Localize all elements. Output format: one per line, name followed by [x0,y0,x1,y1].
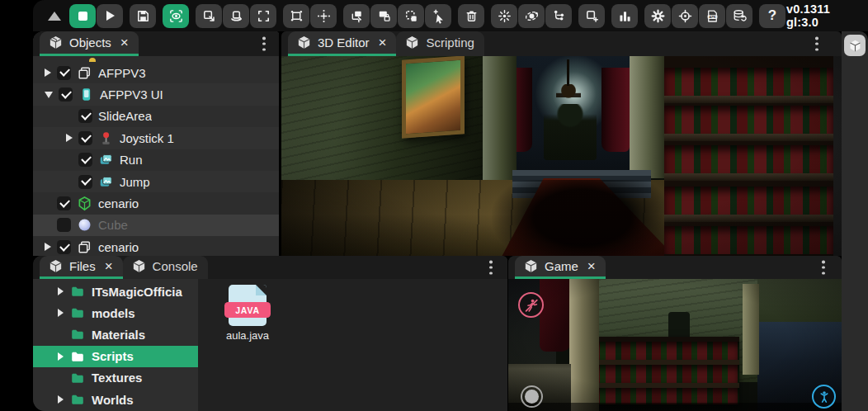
close-tab-icon[interactable]: × [587,259,596,273]
version-label: v0.1311 gl:3.0 [786,2,860,29]
delete-button[interactable] [458,4,484,28]
folder-textures[interactable]: Textures [33,367,198,389]
settings-button[interactable] [644,4,671,28]
visibility-checkbox[interactable] [78,109,92,123]
close-tab-icon[interactable]: × [379,35,387,50]
files-menu-button[interactable] [486,257,496,277]
tab-scripting[interactable]: Scripting [396,31,484,56]
light-flare-button[interactable] [491,4,517,28]
stats-button[interactable] [611,4,638,28]
folder-materials[interactable]: Materials [33,324,198,345]
tab-files[interactable]: Files × [40,256,123,279]
lock-object-button[interactable] [370,4,397,28]
objects-panel-header: Objects × [33,31,279,56]
paste-transform-button[interactable] [398,4,424,28]
expand-arrow-icon[interactable] [45,68,51,77]
tab-files-label: Files [69,259,96,273]
folder-itsmagicofficia[interactable]: ITsMagicOfficia [33,281,198,302]
add-object-button[interactable] [578,4,605,28]
layers-icon [77,239,92,255]
stop-button[interactable] [69,4,96,28]
no-running-toggle-button[interactable] [518,292,544,318]
save-button[interactable] [130,4,156,28]
game-menu-button[interactable] [818,257,828,277]
joystick-knob[interactable] [525,390,539,404]
accessibility-button[interactable] [812,385,836,409]
question-mark-icon: ? [768,7,776,24]
folder-label: Worlds [92,393,134,407]
tree-item-slidearea[interactable]: SlideArea [33,106,279,127]
export-apk-button[interactable]: APK [699,4,725,28]
ui-panel-icon [78,87,94,102]
expand-arrow-icon[interactable] [66,134,73,142]
expand-arrow-icon[interactable] [58,352,64,361]
tree-item-cube[interactable]: Cube [33,215,279,236]
move-tool-icon [201,8,217,24]
tree-item-afppv3[interactable]: AFPPV3 [33,62,279,83]
folder-icon [70,284,85,299]
close-tab-icon[interactable]: × [120,35,129,50]
visibility-checkbox[interactable] [78,131,92,145]
scene-viewport-3d[interactable] [281,56,842,256]
node-graph-button[interactable] [545,4,572,28]
file-aula-java[interactable]: JAVA aula.java [223,285,272,342]
help-button[interactable]: ? [759,4,785,28]
expand-arrow-icon[interactable] [45,243,51,251]
scale-tool-button[interactable] [250,4,276,28]
visibility-checkbox[interactable] [78,153,92,167]
tab-console-label: Console [153,259,198,273]
collapse-toolbar-icon[interactable] [48,12,61,21]
duplicate-button[interactable] [343,4,370,28]
folder-tree: ITsMagicOfficia models Materials Scripts [33,279,198,411]
tab-objects[interactable]: Objects × [40,31,139,56]
virtual-joystick[interactable] [521,385,543,408]
assets-sync-button[interactable] [726,4,752,28]
folder-scripts[interactable]: Scripts [33,346,198,367]
target-icon [677,8,693,24]
rail-cube-button[interactable] [844,35,866,56]
expand-arrow-icon[interactable] [58,309,64,317]
environment-button[interactable] [518,4,545,28]
touch-add-icon [431,8,446,24]
images-icon [98,174,114,190]
visibility-checkbox[interactable] [59,87,73,102]
build-target-button[interactable] [672,4,698,28]
visibility-checkbox[interactable] [57,218,71,232]
tab-3d-editor[interactable]: 3D Editor × [288,31,396,56]
visibility-checkbox[interactable] [57,196,71,210]
folder-worlds[interactable]: Worlds [33,389,198,410]
move-tool-button[interactable] [196,4,222,28]
pivot-center-button[interactable] [310,4,337,28]
play-button[interactable] [97,4,123,28]
tree-item-joystick[interactable]: Joystick 1 [33,127,279,149]
collapse-arrow-icon[interactable] [45,92,53,98]
tree-item-run[interactable]: Run [33,149,279,171]
tab-console[interactable]: Console [123,256,208,279]
expand-arrow-icon[interactable] [58,395,64,404]
folder-models[interactable]: models [33,302,198,324]
editor-menu-button[interactable] [812,33,822,54]
visibility-checkbox[interactable] [57,66,71,80]
tree-item-cenario[interactable]: cenario [33,192,279,214]
tree-item-label: Joystick 1 [120,131,174,145]
preview-button[interactable] [163,4,189,28]
editor-panel-header: 3D Editor × Scripting [281,31,842,56]
close-tab-icon[interactable]: × [105,259,113,273]
game-viewport[interactable] [508,279,842,411]
tree-item-cenario-2[interactable]: cenario [33,236,279,256]
tree-item-label: SlideArea [98,109,152,123]
images-icon [98,152,114,168]
rotate-tool-button[interactable] [223,4,249,28]
folder-icon [70,305,85,320]
expand-arrow-icon[interactable] [58,287,64,295]
rotate-tool-icon [229,8,244,24]
visibility-checkbox[interactable] [78,175,92,189]
tree-item-afppv3-ui[interactable]: AFPPV3 UI [33,83,279,105]
objects-menu-button[interactable] [259,33,269,54]
tab-game[interactable]: Game × [515,256,606,279]
tree-item-jump[interactable]: Jump [33,171,279,192]
touch-add-button[interactable] [425,4,451,28]
visibility-checkbox[interactable] [57,240,71,254]
rect-select-button[interactable] [283,4,309,28]
svg-text:APK: APK [709,14,716,18]
